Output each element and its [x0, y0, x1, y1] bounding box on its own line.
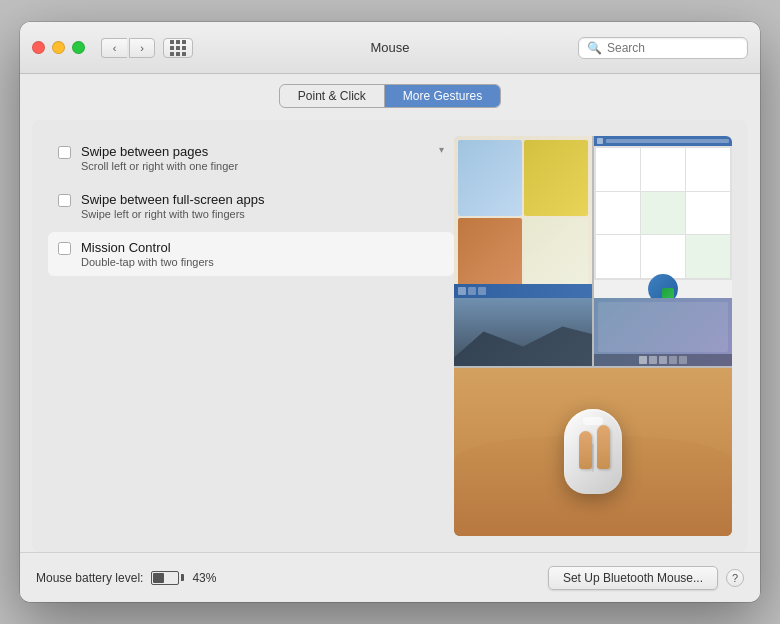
option-subtitle-swipe-pages: Scroll left or right with one finger — [81, 160, 427, 172]
tab-more-gestures[interactable]: More Gestures — [385, 85, 500, 107]
setup-bluetooth-button[interactable]: Set Up Bluetooth Mouse... — [548, 566, 718, 590]
battery-tip — [181, 574, 184, 581]
nav-buttons: ‹ › — [101, 38, 155, 58]
minimize-button[interactable] — [52, 41, 65, 54]
search-icon: 🔍 — [587, 41, 602, 55]
bottom-bar: Mouse battery level: 43% Set Up Bluetoot… — [20, 552, 760, 602]
content-area: Swipe between pages Scroll left or right… — [32, 120, 748, 552]
option-mission-control[interactable]: Mission Control Double-tap with two fing… — [48, 232, 454, 276]
grid-icon — [170, 40, 186, 56]
option-text-swipe-pages: Swipe between pages Scroll left or right… — [81, 144, 427, 172]
option-title-swipe-pages: Swipe between pages — [81, 144, 427, 159]
preview-area — [454, 136, 732, 536]
preview-mountain — [454, 298, 592, 367]
option-swipe-pages[interactable]: Swipe between pages Scroll left or right… — [48, 136, 454, 180]
tab-point-click[interactable]: Point & Click — [280, 85, 385, 107]
option-title-mission-control: Mission Control — [81, 240, 444, 255]
battery-icon — [151, 571, 184, 585]
titlebar: ‹ › Mouse 🔍 — [20, 22, 760, 74]
forward-button[interactable]: › — [129, 38, 155, 58]
battery-body — [151, 571, 179, 585]
window-title: Mouse — [370, 40, 409, 55]
preview-cell-right — [594, 136, 732, 298]
checkbox-swipe-apps[interactable] — [58, 194, 71, 207]
preview-desktop — [592, 298, 732, 367]
battery-fill — [153, 573, 163, 583]
option-subtitle-swipe-apps: Swipe left or right with two fingers — [81, 208, 444, 220]
option-title-swipe-apps: Swipe between full-screen apps — [81, 192, 444, 207]
main-window: ‹ › Mouse 🔍 Point & Click More Gestures — [20, 22, 760, 602]
search-box[interactable]: 🔍 — [578, 37, 748, 59]
traffic-lights — [32, 41, 85, 54]
preview-middle — [454, 298, 732, 367]
tabs-bar: Point & Click More Gestures — [20, 74, 760, 120]
maximize-button[interactable] — [72, 41, 85, 54]
grid-button[interactable] — [163, 38, 193, 58]
checkbox-mission-control[interactable] — [58, 242, 71, 255]
tab-segment: Point & Click More Gestures — [279, 84, 501, 108]
help-button[interactable]: ? — [726, 569, 744, 587]
battery-percent: 43% — [192, 571, 216, 585]
option-text-mission-control: Mission Control Double-tap with two fing… — [81, 240, 444, 268]
chevron-icon-swipe-pages: ▾ — [439, 144, 444, 155]
preview-cell-left — [454, 136, 594, 298]
option-text-swipe-apps: Swipe between full-screen apps Swipe lef… — [81, 192, 444, 220]
preview-hand — [454, 366, 732, 536]
battery-label: Mouse battery level: — [36, 571, 143, 585]
option-subtitle-mission-control: Double-tap with two fingers — [81, 256, 444, 268]
back-button[interactable]: ‹ — [101, 38, 127, 58]
battery-info: Mouse battery level: 43% — [36, 571, 216, 585]
search-input[interactable] — [607, 41, 739, 55]
option-swipe-apps[interactable]: Swipe between full-screen apps Swipe lef… — [48, 184, 454, 228]
close-button[interactable] — [32, 41, 45, 54]
preview-top — [454, 136, 732, 298]
checkbox-swipe-pages[interactable] — [58, 146, 71, 159]
options-list: Swipe between pages Scroll left or right… — [48, 136, 454, 536]
